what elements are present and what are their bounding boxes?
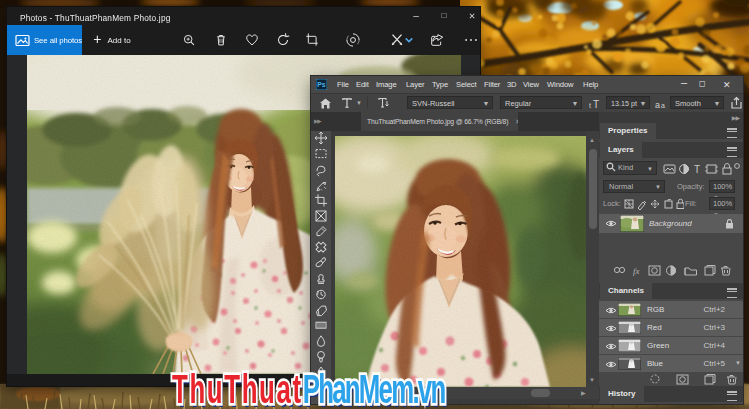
svg-text:T: T <box>694 164 700 175</box>
svg-text:a: a <box>655 100 660 109</box>
svg-text:Ps: Ps <box>317 81 326 88</box>
svg-text:fx: fx <box>633 266 640 276</box>
svg-text:a: a <box>661 102 665 109</box>
svg-text:T: T <box>593 99 599 110</box>
svg-text:t: t <box>589 102 591 109</box>
